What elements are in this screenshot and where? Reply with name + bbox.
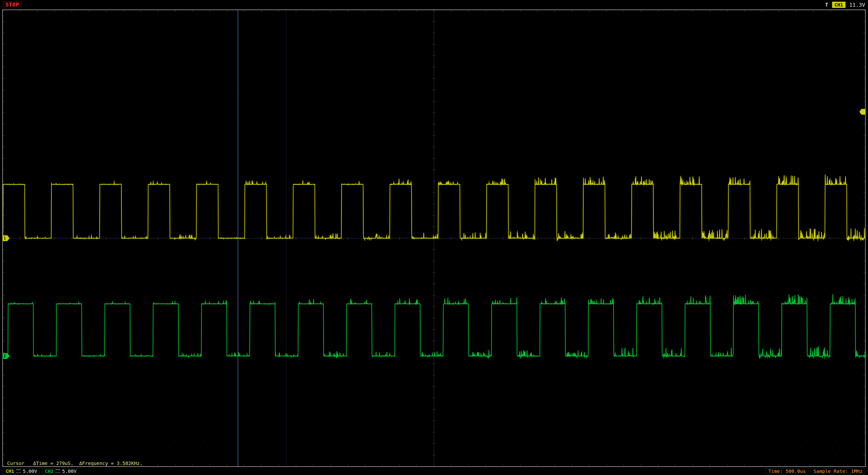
trigger-indicator: T [825,2,828,8]
sample-rate-readout: Sample Rate: 1MHz [811,468,865,474]
trigger-source-badge[interactable]: CH1 [832,2,845,8]
ch1-marker-number: 1 [4,236,6,240]
run-state-badge[interactable]: STOP [3,1,22,8]
oscilloscope-screen: STOP T CH1 11.3V Cursor ΔTime = 279uS. Δ… [0,0,868,475]
timebase-readout[interactable]: Time: 500.0us [766,468,809,474]
ch1-dc-coupling-icon [16,470,21,473]
ch2-settings[interactable]: CH2 5.00V [42,468,79,474]
trigger-level-readout: 11.3V [849,2,865,8]
bottom-settings-bar: CH1 5.00V CH2 5.00V Time: 500.0us Sample… [0,467,868,475]
ch2-scale-readout: 5.00V [62,469,76,474]
ch2-label: CH2 [45,469,53,474]
waveform-display[interactable] [3,10,865,466]
ch1-settings[interactable]: CH1 5.00V [3,468,40,474]
trigger-status-cluster: T CH1 11.3V [825,2,865,8]
graticule-frame: Cursor ΔTime = 279uS. ΔFrequency = 3.582… [2,9,866,467]
ch2-dc-coupling-icon [55,470,60,473]
cursor-measurement-readout: Cursor ΔTime = 279uS. ΔFrequency = 3.582… [7,461,143,466]
top-status-bar: STOP T CH1 11.3V [0,0,868,9]
ch1-label: CH1 [5,469,14,474]
ch2-marker-number: 2 [4,354,6,358]
ch1-scale-readout: 5.00V [23,469,37,474]
